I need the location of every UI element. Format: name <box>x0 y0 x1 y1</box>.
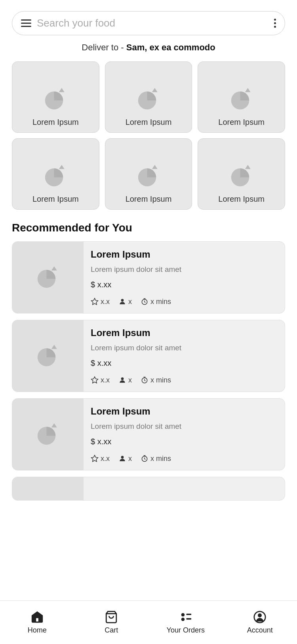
svg-point-20 <box>121 378 124 380</box>
svg-point-34 <box>258 613 262 617</box>
restaurant-card-3[interactable]: Lorem Ipsum Lorem ipsum dolor sit amet $… <box>12 398 285 470</box>
delivery-location: Sam, ex ea commodo <box>126 42 215 52</box>
category-image-2 <box>135 85 162 113</box>
svg-rect-31 <box>186 614 191 615</box>
svg-point-29 <box>181 613 185 617</box>
restaurant-price-1: $ x.xx <box>91 280 278 289</box>
people-value-2: x <box>128 376 132 384</box>
rating-value-2: x.x <box>101 376 110 384</box>
restaurant-image-1 <box>12 242 84 313</box>
time-value-1: x mins <box>150 298 171 306</box>
svg-marker-14 <box>91 298 98 305</box>
svg-marker-9 <box>152 165 158 169</box>
category-image-3 <box>228 85 255 113</box>
restaurant-info-1: Lorem Ipsum Lorem ipsum dolor sit amet $… <box>84 242 285 313</box>
svg-marker-3 <box>152 88 158 92</box>
people-meta-1: x <box>118 298 132 306</box>
time-meta-3: x mins <box>141 455 171 463</box>
category-card-6[interactable]: Lorem Ipsum <box>198 138 285 210</box>
restaurant-name-3: Lorem Ipsum <box>91 406 278 417</box>
category-image-4 <box>42 162 69 190</box>
svg-marker-7 <box>59 165 65 169</box>
restaurant-desc-1: Lorem ipsum dolor sit amet <box>91 265 278 274</box>
svg-marker-18 <box>51 345 57 349</box>
restaurant-card-2[interactable]: Lorem Ipsum Lorem ipsum dolor sit amet $… <box>12 320 285 392</box>
category-label-5: Lorem Ipsum <box>126 195 172 204</box>
restaurant-info-3: Lorem Ipsum Lorem ipsum dolor sit amet $… <box>84 399 285 470</box>
people-value-1: x <box>128 298 132 306</box>
restaurant-price-2: $ x.xx <box>91 359 278 368</box>
svg-marker-19 <box>91 377 98 383</box>
restaurant-image-2 <box>12 320 84 392</box>
orders-icon <box>179 610 192 624</box>
time-meta-1: x mins <box>141 298 171 306</box>
rating-meta-3: x.x <box>91 455 110 463</box>
restaurant-meta-2: x.x x x mins <box>91 376 278 384</box>
svg-point-30 <box>181 617 185 621</box>
category-card-3[interactable]: Lorem Ipsum <box>198 61 285 133</box>
category-image-5 <box>135 162 162 190</box>
svg-point-25 <box>121 456 124 459</box>
nav-account[interactable]: Account <box>223 610 297 634</box>
svg-marker-5 <box>245 88 250 92</box>
restaurant-name-2: Lorem Ipsum <box>91 327 278 338</box>
restaurant-desc-3: Lorem ipsum dolor sit amet <box>91 422 278 431</box>
restaurant-image-4 <box>12 477 84 501</box>
delivery-info: Deliver to - Sam, ex ea commodo <box>0 42 297 53</box>
svg-marker-24 <box>91 455 98 462</box>
category-label-1: Lorem Ipsum <box>32 118 79 127</box>
nav-account-label: Account <box>247 626 273 634</box>
restaurant-info-4 <box>84 477 285 500</box>
hamburger-icon[interactable] <box>21 19 31 27</box>
svg-rect-27 <box>36 617 39 622</box>
delivery-prefix: Deliver to - <box>82 42 126 52</box>
search-bar[interactable]: Search your food <box>12 11 285 35</box>
category-image-6 <box>228 162 255 190</box>
svg-point-15 <box>121 299 124 302</box>
restaurant-info-2: Lorem Ipsum Lorem ipsum dolor sit amet $… <box>84 320 285 392</box>
nav-cart-label: Cart <box>105 626 118 634</box>
time-value-2: x mins <box>150 376 171 384</box>
rating-value-1: x.x <box>101 298 110 306</box>
category-card-2[interactable]: Lorem Ipsum <box>105 61 192 133</box>
restaurant-desc-2: Lorem ipsum dolor sit amet <box>91 344 278 352</box>
people-value-3: x <box>128 455 132 463</box>
rating-value-3: x.x <box>101 455 110 463</box>
category-card-4[interactable]: Lorem Ipsum <box>12 138 99 210</box>
people-meta-3: x <box>118 455 132 463</box>
more-options-icon[interactable] <box>274 19 276 28</box>
bottom-nav: Home Cart Your Orders Account <box>0 600 297 644</box>
restaurant-meta-1: x.x x x mins <box>91 298 278 306</box>
home-icon <box>30 610 44 624</box>
search-input[interactable]: Search your food <box>37 17 268 29</box>
svg-rect-32 <box>186 618 191 620</box>
nav-home-label: Home <box>28 626 47 634</box>
restaurant-price-3: $ x.xx <box>91 437 278 446</box>
time-meta-2: x mins <box>141 376 171 384</box>
nav-home[interactable]: Home <box>0 610 74 634</box>
restaurant-card-1[interactable]: Lorem Ipsum Lorem ipsum dolor sit amet $… <box>12 241 285 313</box>
category-label-4: Lorem Ipsum <box>32 195 79 204</box>
svg-marker-1 <box>59 88 65 92</box>
nav-orders[interactable]: Your Orders <box>148 610 223 634</box>
restaurant-list: Lorem Ipsum Lorem ipsum dolor sit amet $… <box>12 241 285 556</box>
category-grid: Lorem Ipsum Lorem Ipsum Lorem Ipsum <box>12 61 285 210</box>
category-card-1[interactable]: Lorem Ipsum <box>12 61 99 133</box>
svg-marker-23 <box>51 423 57 428</box>
category-label-3: Lorem Ipsum <box>218 118 265 127</box>
rating-meta-2: x.x <box>91 376 110 384</box>
svg-marker-11 <box>245 165 250 169</box>
svg-marker-13 <box>51 266 57 271</box>
restaurant-meta-3: x.x x x mins <box>91 455 278 463</box>
category-label-2: Lorem Ipsum <box>126 118 172 127</box>
rating-meta-1: x.x <box>91 298 110 306</box>
account-icon <box>253 610 267 624</box>
restaurant-image-3 <box>12 399 84 470</box>
recommended-section-title: Recommended for You <box>12 222 285 234</box>
nav-orders-label: Your Orders <box>167 626 205 634</box>
nav-cart[interactable]: Cart <box>74 610 149 634</box>
category-card-5[interactable]: Lorem Ipsum <box>105 138 192 210</box>
people-meta-2: x <box>118 376 132 384</box>
restaurant-card-4-partial[interactable] <box>12 477 285 501</box>
time-value-3: x mins <box>150 455 171 463</box>
